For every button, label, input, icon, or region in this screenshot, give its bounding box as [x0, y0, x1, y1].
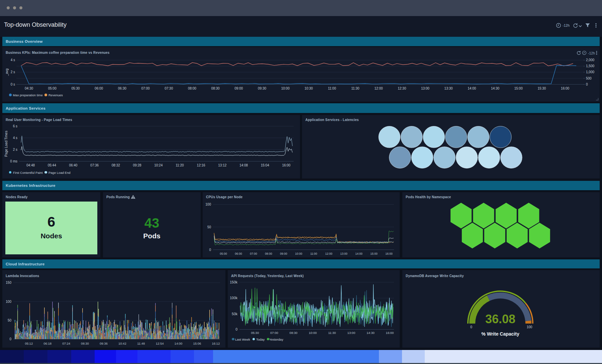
svg-text:08:32: 08:32: [112, 163, 120, 167]
svg-text:07:30: 07:30: [165, 87, 173, 90]
svg-text:10:00: 10:00: [295, 252, 302, 255]
svg-text:06:40: 06:40: [69, 163, 77, 167]
svg-text:14:08: 14:08: [239, 163, 248, 167]
svg-text:14:00: 14:00: [468, 87, 476, 90]
svg-text:16:00: 16:00: [561, 87, 569, 90]
svg-text:10:00: 10:00: [309, 331, 317, 335]
svg-text:Page Load Times: Page Load Times: [4, 131, 8, 157]
svg-text:08:30: 08:30: [211, 87, 220, 90]
svg-text:2,000: 2,000: [586, 58, 594, 62]
svg-text:0: 0: [9, 337, 11, 341]
svg-text:12:30: 12:30: [398, 87, 406, 90]
svg-text:_avg: _avg: [5, 69, 9, 76]
svg-text:08:30: 08:30: [81, 342, 89, 345]
svg-text:09:30: 09:30: [258, 87, 266, 90]
svg-text:07:00: 07:00: [270, 331, 278, 335]
svg-text:4 s: 4 s: [11, 58, 15, 62]
svg-text:15:04: 15:04: [261, 163, 269, 167]
svg-text:50k: 50k: [232, 312, 238, 316]
svg-text:12:54: 12:54: [156, 342, 164, 345]
svg-text:0: 0: [235, 327, 237, 331]
svg-text:09:00: 09:00: [234, 87, 243, 90]
svg-text:16:00: 16:00: [386, 331, 394, 335]
svg-text:09:00: 09:00: [280, 252, 287, 255]
svg-text:09:28: 09:28: [133, 163, 141, 167]
svg-text:12:00: 12:00: [325, 252, 332, 255]
svg-text:12:16: 12:16: [197, 163, 205, 167]
svg-text:10:24: 10:24: [154, 163, 163, 167]
svg-text:15:30: 15:30: [537, 87, 546, 90]
svg-text:15:06: 15:06: [193, 342, 201, 345]
svg-text:07:00: 07:00: [250, 252, 257, 255]
svg-text:2 s: 2 s: [11, 70, 15, 74]
svg-text:15:00: 15:00: [370, 252, 378, 255]
svg-text:10:00: 10:00: [281, 87, 290, 90]
svg-text:2 s: 2 s: [13, 148, 17, 151]
svg-text:06:30: 06:30: [118, 87, 126, 90]
svg-text:0: 0: [209, 248, 211, 252]
svg-text:11:30: 11:30: [328, 331, 336, 335]
svg-text:4 s: 4 s: [13, 136, 17, 140]
svg-text:05:12: 05:12: [25, 342, 33, 345]
svg-text:11:00: 11:00: [328, 87, 336, 90]
svg-text:06:18: 06:18: [43, 342, 52, 345]
svg-text:150: 150: [6, 281, 11, 284]
svg-text:04:48: 04:48: [26, 163, 35, 167]
svg-text:50: 50: [207, 225, 211, 229]
svg-text:1,500: 1,500: [586, 64, 594, 68]
svg-text:13:12: 13:12: [218, 163, 226, 167]
svg-text:100: 100: [6, 300, 11, 304]
svg-text:05:44: 05:44: [48, 163, 56, 167]
svg-text:05:00: 05:00: [220, 252, 227, 255]
svg-text:13:00: 13:00: [340, 252, 347, 255]
svg-text:16:00: 16:00: [282, 163, 290, 167]
svg-text:05:00: 05:00: [48, 87, 57, 90]
svg-text:08:00: 08:00: [265, 252, 272, 255]
svg-text:06:00: 06:00: [95, 87, 103, 90]
svg-text:0: 0: [586, 83, 588, 86]
svg-text:6 s: 6 s: [13, 124, 17, 128]
svg-text:13:00: 13:00: [347, 331, 355, 335]
svg-text:11:00: 11:00: [310, 252, 317, 255]
svg-text:1,000: 1,000: [586, 70, 594, 74]
svg-text:100k: 100k: [230, 296, 238, 300]
svg-text:07:24: 07:24: [62, 342, 70, 345]
svg-text:% Write Capacity: % Write Capacity: [481, 331, 519, 337]
svg-text:07:36: 07:36: [90, 163, 99, 167]
svg-text:05:30: 05:30: [251, 331, 259, 335]
svg-text:06:00: 06:00: [235, 252, 242, 255]
svg-text:09:36: 09:36: [100, 342, 108, 345]
svg-text:14:00: 14:00: [175, 342, 183, 345]
svg-text:04:30: 04:30: [25, 87, 33, 90]
svg-text:0 ms: 0 ms: [10, 159, 17, 163]
svg-text:100: 100: [527, 325, 532, 329]
svg-text:08:30: 08:30: [290, 331, 298, 335]
svg-text:10:30: 10:30: [304, 87, 313, 90]
svg-text:13:30: 13:30: [444, 87, 453, 90]
svg-text:50: 50: [8, 319, 12, 322]
svg-text:11:20: 11:20: [176, 163, 184, 167]
svg-text:15:00: 15:00: [514, 87, 523, 90]
svg-text:36.08: 36.08: [485, 312, 515, 326]
svg-text:100: 100: [205, 203, 211, 206]
svg-text:0 s: 0 s: [11, 83, 15, 86]
svg-text:11:48: 11:48: [137, 342, 145, 345]
svg-text:14:30: 14:30: [491, 87, 499, 90]
svg-text:05:30: 05:30: [71, 87, 80, 90]
svg-text:13:00: 13:00: [421, 87, 429, 90]
svg-text:14:00: 14:00: [355, 252, 363, 255]
svg-text:07:00: 07:00: [141, 87, 149, 90]
svg-text:16:12: 16:12: [212, 342, 220, 345]
svg-text:500: 500: [586, 77, 592, 80]
svg-text:16:00: 16:00: [385, 252, 393, 255]
svg-text:150k: 150k: [230, 280, 238, 284]
svg-text:0: 0: [470, 325, 472, 329]
svg-text:14:30: 14:30: [367, 331, 375, 335]
svg-text:11:30: 11:30: [351, 87, 360, 90]
svg-text:10:42: 10:42: [118, 342, 126, 345]
svg-text:12:00: 12:00: [374, 87, 383, 90]
svg-text:08:00: 08:00: [188, 87, 196, 90]
